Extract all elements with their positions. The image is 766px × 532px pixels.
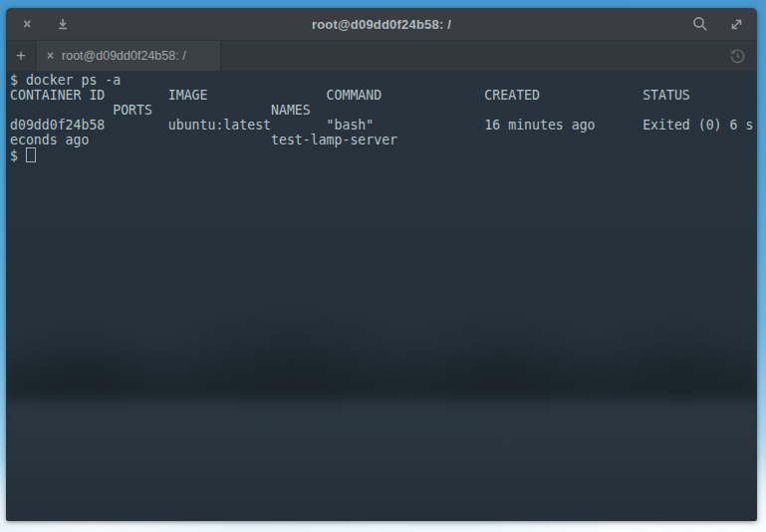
shell-prompt: $ (10, 148, 26, 163)
terminal-output: $ docker ps -a CONTAINER ID IMAGE COMMAN… (6, 71, 757, 162)
command-line: $ docker ps -a (10, 73, 757, 88)
new-tab-button[interactable]: + (6, 41, 37, 71)
tabbar-spacer (221, 41, 717, 71)
background-landscape-image (6, 280, 757, 521)
terminal-screen[interactable]: $ docker ps -a CONTAINER ID IMAGE COMMAN… (6, 71, 757, 521)
ps-header-line: CONTAINER ID IMAGE COMMAND CREATED STATU… (10, 88, 757, 103)
close-icon: × (23, 17, 31, 31)
window-title: root@d09dd0f24b58: / (72, 17, 691, 32)
ps-row-wrap-line: econds ago test-lamp-server (10, 133, 757, 147)
tab-close-icon[interactable]: × (47, 50, 54, 62)
download-icon (56, 17, 70, 31)
tab-title: root@d09dd0f24b58: / (62, 49, 186, 63)
terminal-cursor (26, 147, 36, 162)
tabbar: + × root@d09dd0f24b58: / (6, 41, 757, 71)
download-button[interactable] (54, 15, 72, 33)
terminal-window: × root@d09dd0f24b58: / (6, 8, 757, 521)
close-button[interactable]: × (18, 15, 36, 33)
history-icon (729, 48, 746, 65)
search-icon (692, 16, 708, 32)
expand-icon (729, 17, 744, 32)
prompt-line: $ (10, 147, 757, 162)
ps-header-wrap-line: PORTS NAMES (10, 103, 757, 118)
search-button[interactable] (691, 15, 709, 33)
history-button[interactable] (717, 41, 757, 71)
tab-active[interactable]: × root@d09dd0f24b58: / (37, 41, 221, 71)
titlebar: × root@d09dd0f24b58: / (6, 8, 757, 41)
titlebar-right-controls (691, 15, 745, 33)
new-tab-icon: + (16, 46, 26, 66)
ps-row-line: d09dd0f24b58 ubuntu:latest "bash" 16 min… (10, 118, 757, 133)
titlebar-left-controls: × (18, 15, 72, 33)
fullscreen-button[interactable] (727, 15, 745, 33)
